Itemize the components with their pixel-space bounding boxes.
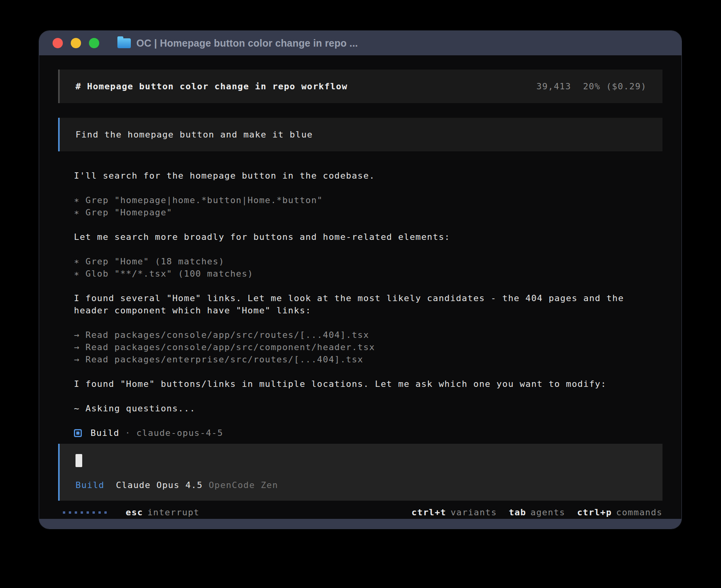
tool-call-grep: ∗ Grep "Homepage" (74, 206, 662, 219)
keybind-label: interrupt (147, 506, 200, 518)
tool-call-grep: ∗ Grep "homepage|home.*button|Home.*butt… (74, 194, 662, 206)
context-and-cost: 20% ($0.29) (583, 80, 647, 92)
keybind-interrupt: esc interrupt (126, 506, 200, 518)
traffic-lights (53, 38, 99, 48)
spinner-dots (63, 511, 107, 514)
assistant-text: header component which have "Home" links… (74, 304, 662, 317)
keybind-label: variants (451, 506, 497, 518)
input-agent-label[interactable]: Build (75, 479, 104, 491)
assistant-text: I'll search for the homepage button in t… (74, 170, 662, 182)
agent-model: claude-opus-4-5 (136, 427, 223, 439)
agent-mode-icon (74, 429, 82, 437)
status-bar: esc interrupt ctrl+t variants tab agents… (58, 506, 662, 518)
prompt-input[interactable]: Build Claude Opus 4.5 OpenCode Zen (58, 444, 662, 501)
window-title: OC | Homepage button color change in rep… (136, 38, 358, 49)
keybind-commands: ctrl+p commands (577, 506, 662, 518)
tool-call-read: → Read packages/enterprise/src/routes/[.… (74, 353, 662, 366)
window-titlebar[interactable]: OC | Homepage button color change in rep… (39, 31, 681, 55)
tool-call-group: ∗ Grep "Home" (18 matches) ∗ Glob "**/*.… (58, 255, 662, 280)
text-cursor (75, 454, 82, 467)
keybind-key: ctrl+p (577, 506, 612, 518)
assistant-text: I found "Home" buttons/links in multiple… (74, 378, 662, 390)
tool-call-group: ∗ Grep "homepage|home.*button|Home.*butt… (58, 194, 662, 219)
tool-call-read: → Read packages/console/app/src/routes/[… (74, 329, 662, 341)
window-footer-strip (39, 519, 681, 529)
folder-icon (117, 38, 131, 48)
agent-name: Build (91, 427, 119, 439)
input-model-label[interactable]: Claude Opus 4.5 (116, 479, 203, 491)
keybind-key: tab (509, 506, 526, 518)
token-count: 39,413 (536, 80, 571, 92)
assistant-text: Let me search more broadly for buttons a… (74, 231, 662, 243)
flex-spacer (58, 439, 662, 444)
session-header: # Homepage button color change in repo w… (58, 70, 662, 103)
user-message: Find the homepage button and make it blu… (58, 118, 662, 151)
close-button[interactable] (53, 38, 63, 48)
input-meta-row: Build Claude Opus 4.5 OpenCode Zen (75, 479, 647, 491)
desktop-background: OC | Homepage button color change in rep… (0, 0, 721, 588)
agent-status-row: Build · claude-opus-4-5 (74, 427, 662, 439)
keybind-key: ctrl+t (411, 506, 446, 518)
assistant-text-paragraph: I found several "Home" links. Let me loo… (58, 292, 662, 317)
keybind-hints-right: ctrl+t variants tab agents ctrl+p comman… (411, 506, 662, 518)
assistant-text: I found several "Home" links. Let me loo… (74, 292, 662, 304)
keybind-agents: tab agents (509, 506, 565, 518)
tool-call-read: → Read packages/console/app/src/componen… (74, 341, 662, 353)
input-provider-label: OpenCode Zen (209, 479, 278, 491)
keybind-label: commands (616, 506, 662, 518)
keybind-label: agents (530, 506, 565, 518)
terminal-content: # Homepage button color change in repo w… (39, 55, 681, 519)
session-title: # Homepage button color change in repo w… (75, 80, 347, 92)
tool-call-grep: ∗ Grep "Home" (18 matches) (74, 255, 662, 268)
user-message-text: Find the homepage button and make it blu… (75, 130, 313, 139)
tool-call-glob: ∗ Glob "**/*.tsx" (100 matches) (74, 268, 662, 280)
keybind-key: esc (126, 506, 143, 518)
terminal-window: OC | Homepage button color change in rep… (39, 31, 681, 529)
minimize-button[interactable] (71, 38, 81, 48)
separator-dot: · (125, 427, 131, 439)
asking-questions-status: ~ Asking questions... (74, 402, 662, 415)
session-stats: 39,413 20% ($0.29) (536, 80, 647, 92)
keybind-variants: ctrl+t variants (411, 506, 497, 518)
tool-call-group: → Read packages/console/app/src/routes/[… (58, 329, 662, 366)
zoom-button[interactable] (89, 38, 99, 48)
